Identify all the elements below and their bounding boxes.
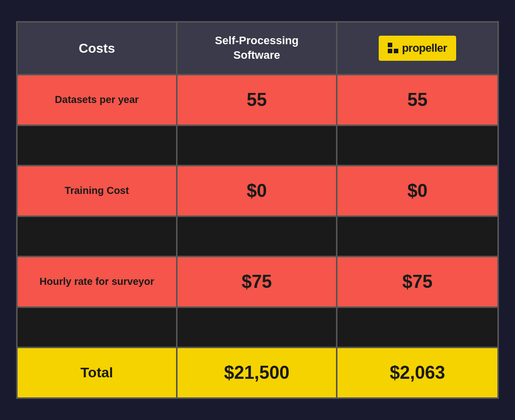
software-label: Self-ProcessingSoftware [215,34,298,62]
table-header: Costs Self-ProcessingSoftware propeller [18,23,497,73]
spacer-2-col1 [18,216,178,256]
spacer-3-col1 [18,306,178,347]
propeller-logo: propeller [379,36,456,61]
training-software-value: $0 [246,180,267,201]
comparison-table: Costs Self-ProcessingSoftware propeller [16,21,499,398]
total-propeller-cell: $2,063 [337,347,497,397]
spacer-1-col1 [18,125,178,165]
datasets-propeller-value: 55 [407,89,427,111]
datasets-software-cell: 55 [178,74,337,125]
hourly-propeller-cell: $75 [337,256,497,306]
training-software-cell: $0 [178,165,337,216]
spacer-1-col2 [178,125,337,165]
training-row: Training Cost $0 $0 [18,165,497,216]
hourly-label: Hourly rate for surveyor [40,276,154,287]
hourly-label-cell: Hourly rate for surveyor [18,256,178,306]
spacer-3-col2 [178,306,337,347]
datasets-row: Datasets per year 55 55 [18,74,497,125]
propeller-icon [388,43,399,54]
hourly-software-cell: $75 [178,256,337,306]
training-label-cell: Training Cost [18,165,178,216]
hourly-row: Hourly rate for surveyor $75 $75 [18,256,497,306]
spacer-1-col3 [337,125,497,165]
datasets-software-value: 55 [246,89,267,111]
training-propeller-cell: $0 [337,165,497,216]
datasets-label-cell: Datasets per year [18,74,178,125]
hourly-propeller-value: $75 [402,271,433,292]
costs-label: Costs [78,41,115,56]
header-costs: Costs [18,23,178,73]
total-row: Total $21,500 $2,063 [18,347,497,397]
header-software: Self-ProcessingSoftware [178,23,337,73]
total-software-value: $21,500 [224,362,289,383]
spacer-row-1 [18,125,497,165]
spacer-2-col2 [178,216,337,256]
datasets-label: Datasets per year [55,94,139,106]
header-propeller: propeller [337,23,497,73]
propeller-text: propeller [402,42,447,55]
total-software-cell: $21,500 [178,347,337,397]
training-label: Training Cost [65,185,129,196]
total-label-cell: Total [18,347,178,397]
total-label: Total [80,365,113,381]
datasets-propeller-cell: 55 [337,74,497,125]
spacer-3-col3 [337,306,497,347]
spacer-row-2 [18,216,497,256]
training-propeller-value: $0 [407,180,427,201]
hourly-software-value: $75 [241,271,272,292]
total-propeller-value: $2,063 [390,362,445,383]
spacer-row-3 [18,306,497,347]
spacer-2-col3 [337,216,497,256]
